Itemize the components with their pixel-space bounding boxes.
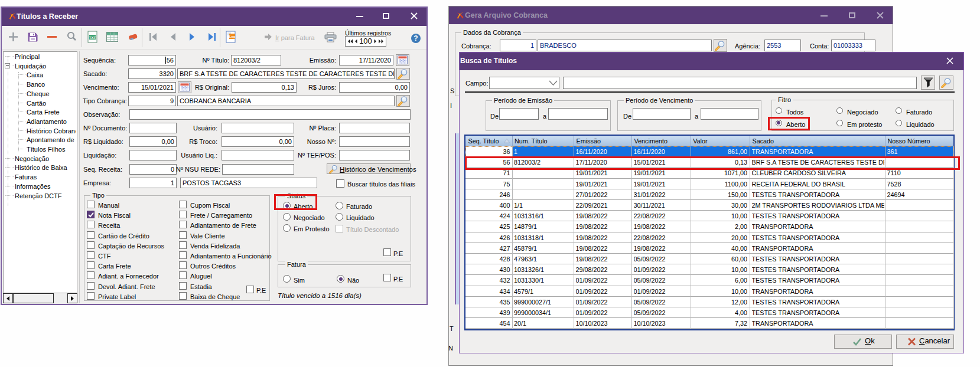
svg-text:Log: Log [229,35,235,38]
svg-text:TXT: TXT [89,36,96,40]
